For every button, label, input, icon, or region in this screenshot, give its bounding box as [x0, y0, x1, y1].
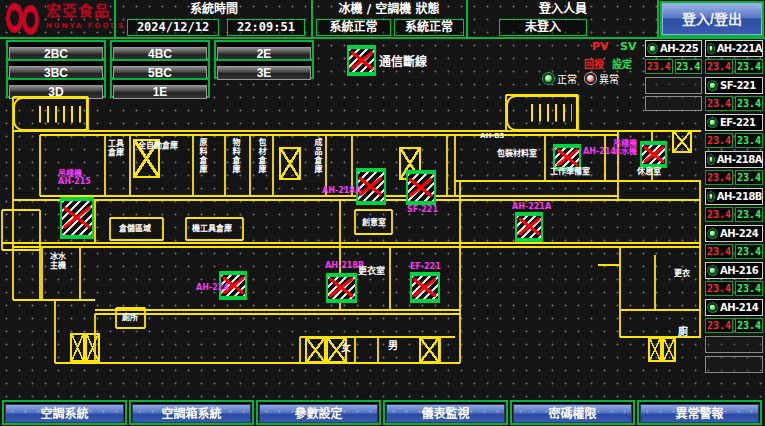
nav-cell: 儀表監視 — [383, 400, 508, 425]
stairs-icon — [506, 95, 578, 131]
chiller-status-display: 系統正常 — [316, 19, 391, 36]
equip-label-ef-221: EF-221 — [410, 263, 441, 271]
nav-cell: 密碼權限 — [510, 400, 635, 425]
shaft-icon — [70, 333, 85, 362]
device-name: AH-225 — [660, 43, 698, 54]
empty-device-slot — [645, 96, 702, 111]
floor-btn-cell: 4BC — [110, 40, 210, 60]
sv-value: 23.4 — [735, 207, 763, 222]
brand-logo-icon — [6, 3, 42, 35]
sv-name-label: 設定 — [612, 56, 632, 71]
device-ah-218b[interactable]: AH-218B — [705, 188, 763, 205]
room-label: 全自動倉庫 — [138, 141, 178, 150]
device-ah-218a-values: 23.423.4 — [705, 170, 763, 185]
status-led-icon — [708, 44, 714, 53]
pv-value: 23.4 — [705, 207, 733, 222]
status-led-icon — [708, 266, 717, 275]
device-ah-218a[interactable]: AH-218A — [705, 151, 763, 168]
nav-button-alarm[interactable]: 異常警報 — [640, 404, 759, 423]
system-time-title: 系統時間 — [118, 2, 310, 17]
device-ah-214[interactable]: AH-214 — [705, 299, 763, 316]
equip-label-sf-221: SF-221 — [407, 206, 438, 214]
device-name: AH-216 — [720, 265, 758, 276]
shaft-icon — [672, 130, 692, 153]
room-label: 女 — [341, 343, 351, 352]
room-label: 更衣 — [674, 269, 690, 278]
status-led-icon — [708, 192, 714, 201]
equip-label-chiller: 吊棧機冰水機 — [613, 140, 637, 156]
room-label: 冰水主機 — [50, 252, 70, 270]
pv-name-label: 回授 — [584, 56, 604, 71]
sv-value: 23.4 — [735, 170, 763, 185]
room-label: 工作準備室 — [550, 167, 590, 176]
ahu-sf-221-icon[interactable] — [406, 170, 436, 205]
shaft-icon — [662, 337, 676, 362]
device-name: AH-218B — [717, 191, 762, 202]
divider — [114, 0, 116, 38]
device-ef-221[interactable]: EF-221 — [705, 114, 763, 131]
ahu-ah-215-icon[interactable] — [60, 197, 94, 239]
shaft-icon — [648, 337, 662, 362]
device-ah-225[interactable]: AH-225 — [645, 40, 702, 57]
device-ah-224[interactable]: AH-224 — [705, 225, 763, 242]
nav-button-password-auth[interactable]: 密碼權限 — [513, 404, 632, 423]
system-clock-display: 22:09:51 — [227, 19, 305, 36]
ahu-status-display: 系統正常 — [394, 19, 464, 36]
ahu-ah-221a-icon[interactable] — [515, 212, 543, 242]
ahu-ef-221-icon[interactable] — [410, 272, 440, 303]
device-name: AH-221A — [717, 43, 762, 54]
nav-cell: 空調箱系統 — [129, 400, 254, 425]
device-ah-224-values: 23.423.4 — [705, 244, 763, 259]
legend-normal: 正常 — [543, 71, 577, 86]
device-sf-221[interactable]: SF-221 — [705, 77, 763, 94]
floor-button-3e[interactable]: 3E — [217, 66, 311, 80]
login-logout-button[interactable]: 登入/登出 — [662, 3, 762, 35]
machine-status-title: 冰機 / 空調機 狀態 — [314, 2, 464, 17]
abnormal-led-icon — [585, 73, 596, 84]
pv-value: 23.4 — [645, 59, 673, 74]
room-label: 男 — [388, 341, 398, 350]
nav-button-param-settings[interactable]: 參數設定 — [259, 404, 378, 423]
sv-label: SV — [620, 40, 636, 53]
room-label: 工具倉庫 — [108, 139, 128, 157]
device-name: SF-221 — [720, 80, 756, 91]
equip-label-ah-221a: AH-221A — [512, 203, 551, 211]
ahu-ah-218b-icon[interactable] — [326, 273, 357, 303]
room-label: 成品倉庫 — [312, 138, 322, 190]
normal-label: 正常 — [557, 71, 577, 86]
nav-button-ahu-system[interactable]: 空調箱系統 — [132, 404, 251, 423]
abnormal-label: 異常 — [599, 71, 619, 86]
device-ah-221a-values: 23.423.4 — [705, 59, 763, 74]
ahu-chiller-icon[interactable] — [640, 141, 667, 168]
room-label: AH-B3 — [480, 132, 504, 141]
login-user-title: 登入人員 — [470, 2, 656, 17]
sv-value: 23.4 — [735, 318, 763, 333]
nav-button-ac-system[interactable]: 空調系統 — [5, 404, 124, 423]
hvac-scada-screen: { "header": { "brand": { "name": "宏亞食品",… — [0, 0, 765, 426]
sv-value: 23.4 — [735, 244, 763, 259]
nav-button-meter-monitor[interactable]: 儀表監視 — [386, 404, 505, 423]
sv-value: 23.4 — [735, 96, 763, 111]
room-label: 休息室 — [637, 167, 661, 176]
device-ah-221a[interactable]: AH-221A — [705, 40, 763, 57]
empty-device-slot — [705, 336, 763, 353]
normal-led-icon — [543, 73, 554, 84]
room-label: 倉儲區域 — [119, 224, 151, 233]
device-ah-225-values: 23.4 23.4 — [645, 59, 702, 74]
device-name: AH-224 — [720, 228, 758, 239]
device-ah-216[interactable]: AH-216 — [705, 262, 763, 279]
pv-value: 23.4 — [705, 318, 733, 333]
status-led-icon — [708, 229, 717, 238]
sv-value: 23.4 — [735, 133, 763, 148]
pv-label: PV — [592, 40, 609, 53]
room-label: 更衣室 — [358, 267, 385, 276]
room-label: 包裝材料室 — [497, 149, 537, 158]
floor-btn-cell: 5BC — [110, 59, 210, 79]
status-led-icon — [708, 81, 717, 90]
pv-value: 23.4 — [705, 59, 733, 74]
empty-device-slot — [645, 77, 702, 94]
floor-button-1e[interactable]: 1E — [113, 85, 207, 99]
device-name: AH-214 — [720, 302, 758, 313]
legend-abnormal: 異常 — [585, 71, 619, 86]
room-label: 機工具倉庫 — [192, 224, 232, 233]
